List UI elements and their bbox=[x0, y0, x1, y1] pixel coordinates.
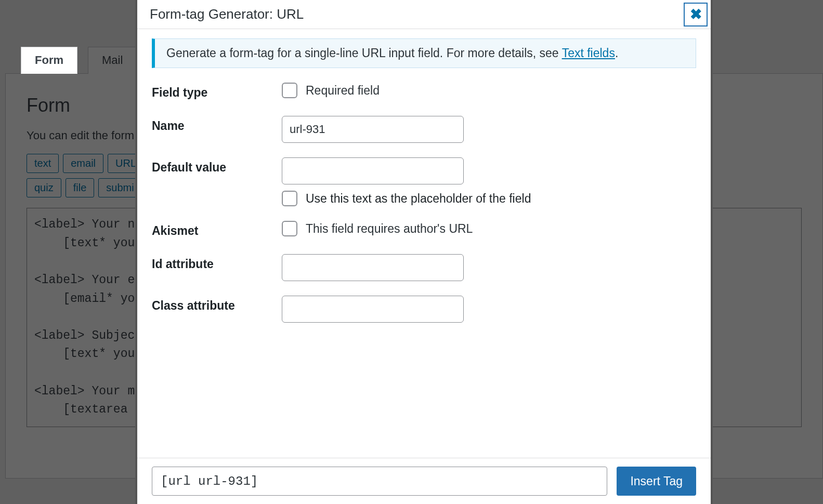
akismet-chk-label: This field requires author's URL bbox=[306, 222, 473, 236]
placeholder-checkbox[interactable] bbox=[282, 191, 297, 206]
label-id-attribute: Id attribute bbox=[152, 254, 282, 271]
close-button[interactable]: ✖ bbox=[684, 3, 708, 26]
name-input[interactable] bbox=[282, 116, 464, 143]
tab-form[interactable]: Form bbox=[21, 47, 77, 74]
label-field-type: Field type bbox=[152, 83, 282, 100]
required-label: Required field bbox=[306, 84, 380, 98]
modal-footer: Insert Tag bbox=[137, 458, 711, 504]
row-akismet: Akismet This field requires author's URL bbox=[152, 221, 696, 240]
modal-title: Form-tag Generator: URL bbox=[150, 6, 304, 22]
row-class-attribute: Class attribute bbox=[152, 296, 696, 323]
id-attribute-input[interactable] bbox=[282, 254, 464, 281]
info-box: Generate a form-tag for a single-line UR… bbox=[152, 38, 696, 68]
info-text-before: Generate a form-tag for a single-line UR… bbox=[166, 46, 562, 60]
row-name: Name bbox=[152, 116, 696, 143]
row-id-attribute: Id attribute bbox=[152, 254, 696, 281]
placeholder-label: Use this text as the placeholder of the … bbox=[306, 192, 531, 206]
placeholder-line[interactable]: Use this text as the placeholder of the … bbox=[282, 191, 696, 206]
required-checkbox[interactable] bbox=[282, 83, 297, 98]
required-field-line[interactable]: Required field bbox=[282, 83, 696, 98]
tag-output[interactable] bbox=[152, 467, 607, 496]
form-tag-generator-modal: Form-tag Generator: URL ✖ Generate a for… bbox=[135, 0, 713, 504]
modal-header: Form-tag Generator: URL ✖ bbox=[137, 0, 711, 29]
info-text-after: . bbox=[615, 46, 618, 60]
class-attribute-input[interactable] bbox=[282, 296, 464, 323]
insert-tag-button[interactable]: Insert Tag bbox=[617, 467, 696, 496]
label-class-attribute: Class attribute bbox=[152, 296, 282, 313]
info-link[interactable]: Text fields bbox=[562, 46, 615, 60]
akismet-line[interactable]: This field requires author's URL bbox=[282, 221, 696, 236]
label-default-value: Default value bbox=[152, 157, 282, 175]
close-icon: ✖ bbox=[690, 6, 702, 23]
row-default-value: Default value Use this text as the place… bbox=[152, 157, 696, 206]
modal-body: Generate a form-tag for a single-line UR… bbox=[137, 29, 711, 458]
row-field-type: Field type Required field bbox=[152, 83, 696, 101]
label-akismet: Akismet bbox=[152, 221, 282, 238]
label-name: Name bbox=[152, 116, 282, 133]
default-value-input[interactable] bbox=[282, 157, 464, 184]
akismet-checkbox[interactable] bbox=[282, 221, 297, 236]
